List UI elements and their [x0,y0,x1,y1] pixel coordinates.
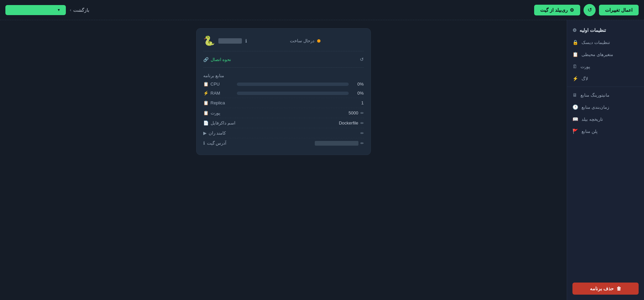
rebuild-from-git-button[interactable]: ⚙ ری‌بیلد از گیت [534,5,580,15]
sidebar-divider-1 [567,87,644,87]
disk-settings-label: تنظیمات دیسک [582,40,610,45]
python-icon: 🐍 [203,35,215,46]
replica-row: 1 Replica 📋 [203,98,364,108]
apply-changes-label: اعمال تغییرات [605,7,633,13]
primary-settings-label: تنظیمات اولیه [579,28,606,33]
connection-refresh-icon[interactable]: ↺ [360,57,364,62]
primary-settings-item[interactable]: تنظیمات اولیه ⚙ [567,24,644,36]
delete-label: حذف برنامه [590,286,614,291]
sidebar-item-monitoring[interactable]: مانیتورینگ منابع 🖥 [567,89,644,101]
cpu-label-side: CPU 📋 [203,82,233,87]
main-content: درحال ساخت ℹ 🐍 ↺ نحوه اتصال 🔗 منابع برنا… [0,20,567,300]
card-header: درحال ساخت ℹ 🐍 [203,35,364,46]
status-area: درحال ساخت [290,38,320,43]
run-command-label-side: کامند ران ▶ [203,131,226,136]
replica-value-side: 1 [361,100,363,105]
git-address-label: آدرس گیت [207,141,227,146]
delete-app-button[interactable]: 🗑 حذف برنامه [572,283,639,295]
build-history-label: تاریخچه بیلد [582,117,603,122]
connection-link[interactable]: نحوه اتصال 🔗 [203,57,231,62]
delete-button-container: 🗑 حذف برنامه [572,283,639,295]
git-info-icon[interactable]: ℹ [203,141,205,146]
sidebar-item-disk[interactable]: تنظیمات دیسک 🔒 [567,36,644,48]
refresh-icon: ↺ [588,7,592,13]
dockerfile-icon[interactable]: 📄 [203,120,209,126]
port-row: ✏ 5000 پورت 📋 [203,108,364,118]
git-address-value-side: ✏ [315,141,364,146]
cpu-row: 0% CPU 📋 [203,80,364,89]
git-edit-icon[interactable]: ✏ [360,141,364,146]
port-icon: 🗓 [572,64,577,69]
clock-icon: 🕐 [572,104,578,110]
git-address-blurred [315,141,358,146]
dockerfile-value-side: ✏ Dockerfile [339,120,364,126]
monitoring-label: مانیتورینگ منابع [581,93,609,98]
port-value-side: ✏ 5000 [349,110,364,115]
toolbar-right: بازگشت › ▼ [5,5,89,15]
port-icon[interactable]: 📋 [203,110,209,115]
git-address-row: ✏ آدرس گیت ℹ [203,138,364,148]
sidebar-item-scheduling[interactable]: زمان‌بندی منابع 🕐 [567,101,644,113]
app-card: درحال ساخت ℹ 🐍 ↺ نحوه اتصال 🔗 منابع برنا… [196,28,371,155]
toolbar-left: اعمال تغییرات ↺ ⚙ ری‌بیلد از گیت [534,4,639,16]
flag-icon: 🚩 [572,129,578,134]
rebuild-icon: ⚙ [570,7,574,13]
sidebar-item-log[interactable]: لاگ ⚡ [567,72,644,85]
port-edit-icon[interactable]: ✏ [360,111,364,115]
lock-icon: 🔒 [572,40,578,45]
port-label: پورت [581,64,590,69]
dockerfile-value: Dockerfile [339,120,358,126]
env-vars-label: متغیرهای محیطی [582,52,613,57]
run-command-row: ✏ کامند ران ▶ [203,128,364,138]
connection-row: ↺ نحوه اتصال 🔗 [203,54,364,65]
sidebar-item-resource-plan[interactable]: پلن منابع 🚩 [567,125,644,137]
port-value: 5000 [349,110,358,115]
link-icon: 🔗 [203,57,209,62]
resources-header: منابع برنامه [203,70,364,80]
replica-value: 1 [361,100,363,105]
chevron-right-icon: › [70,8,71,12]
sidebar-item-build-history[interactable]: تاریخچه بیلد 📖 [567,113,644,125]
ram-label-side: RAM ⚡ [203,91,233,96]
replica-copy-icon[interactable]: 📋 [203,100,209,105]
apply-changes-button[interactable]: اعمال تغییرات [599,5,639,15]
card-header-right: درحال ساخت [290,38,320,43]
right-sidebar: تنظیمات اولیه ⚙ تنظیمات دیسک 🔒 متغیرهای … [567,20,644,300]
dockerfile-label: اسم داکرفایل [211,120,236,126]
run-command-value-side: ✏ [358,131,364,136]
top-toolbar: اعمال تغییرات ↺ ⚙ ری‌بیلد از گیت بازگشت … [0,0,644,20]
port-label-side: پورت 📋 [203,110,220,115]
ram-progress-bar [237,92,349,95]
status-button[interactable]: ▼ [5,5,66,15]
log-icon: ⚡ [572,76,578,81]
run-icon[interactable]: ▶ [203,131,207,136]
resource-plan-label: پلن منابع [582,129,598,134]
card-header-icons: ℹ 🐍 [203,35,247,46]
sidebar-item-env[interactable]: متغیرهای محیطی 📋 [567,48,644,60]
scheduling-label: زمان‌بندی منابع [582,105,609,110]
dropdown-arrow-icon: ▼ [57,8,60,12]
back-link[interactable]: بازگشت › [70,7,89,13]
cpu-value: 0% [352,82,364,87]
run-command-label: کامند ران [209,131,226,136]
ram-icon[interactable]: ⚡ [203,91,209,96]
monitor-icon: 🖥 [572,92,577,98]
back-label: بازگشت [73,7,89,13]
run-command-edit-icon[interactable]: ✏ [360,131,364,136]
env-icon: 📋 [572,52,578,57]
resources-header-text: منابع برنامه [203,73,224,78]
connection-label: نحوه اتصال [211,57,231,62]
blurred-id [218,38,242,44]
dockerfile-row: ✏ Dockerfile اسم داکرفایل 📄 [203,118,364,128]
refresh-button[interactable]: ↺ [584,4,596,16]
connection-divider [203,67,364,68]
cpu-copy-icon[interactable]: 📋 [203,82,209,87]
sidebar-item-port[interactable]: پورت 🗓 [567,60,644,72]
dockerfile-edit-icon[interactable]: ✏ [360,121,364,126]
info-icon[interactable]: ℹ [245,38,247,44]
git-address-label-side: آدرس گیت ℹ [203,141,227,146]
ram-row: 0% RAM ⚡ [203,89,364,98]
cpu-progress-bar [237,83,349,86]
header-divider [203,51,364,51]
ram-value: 0% [352,91,364,96]
